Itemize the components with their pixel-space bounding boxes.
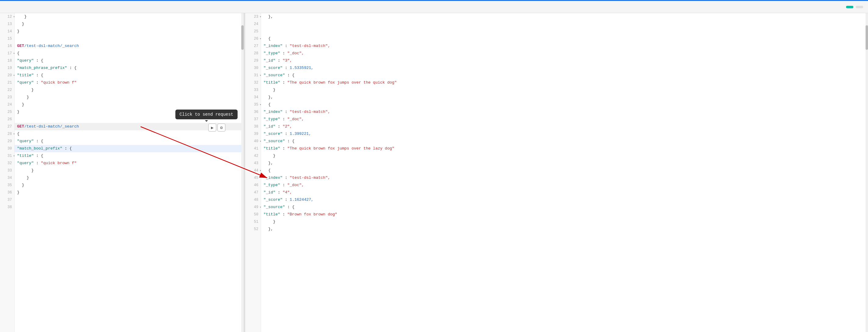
code-line — [14, 35, 244, 42]
editor-line-num: 37 — [0, 196, 14, 204]
code-line: } — [14, 182, 244, 189]
response-line: "title" : "Brown fox brown dog" — [261, 211, 868, 218]
editor-scrollbar[interactable] — [241, 13, 244, 332]
code-line: } — [14, 94, 244, 101]
response-line-num: 31 — [245, 72, 261, 79]
editor-line-num: 35 — [0, 182, 14, 189]
editor-line-num: 19 — [0, 64, 14, 72]
response-line-num: 27 — [245, 42, 261, 50]
response-line: { — [261, 167, 868, 174]
response-line: "title" : "The quick brown fox jumps ove… — [261, 79, 868, 86]
response-line-num: 32 — [245, 79, 261, 86]
status-area — [846, 6, 863, 8]
editor-line-num: 18 — [0, 57, 14, 64]
code-line — [14, 196, 244, 204]
editor-line-num: 38 — [0, 204, 14, 211]
response-line-num: 42 — [245, 152, 261, 159]
code-line — [14, 116, 244, 123]
editor-line-num: 36 — [0, 189, 14, 196]
response-line: "_source" : { — [261, 204, 868, 211]
arrow-target-line: "_index" : "test-dsl-match", — [261, 174, 868, 182]
play-button[interactable]: ▶ — [208, 124, 216, 131]
editor-line-num: 17 — [0, 50, 14, 57]
response-line-num: 28 — [245, 50, 261, 57]
response-line-num: 49 — [245, 204, 261, 211]
editor-line-num: 24 — [0, 101, 14, 108]
response-line: "_id" : "4", — [261, 189, 868, 196]
code-line: "query" : "quick brown f" — [14, 79, 244, 86]
editor-line-num: 15 — [0, 35, 14, 42]
response-line-num: 29 — [245, 57, 261, 64]
response-line: }, — [261, 225, 868, 233]
code-lines[interactable]: } }} GET /test-dsl-match/_search{ "query… — [14, 13, 244, 332]
menu-bar — [0, 1, 868, 13]
editor-scroll-thumb[interactable] — [241, 25, 244, 50]
editor-line-num: 32 — [0, 159, 14, 167]
editor-line-num: 20 — [0, 72, 14, 79]
code-line — [14, 204, 244, 211]
editor-line-num: 16 — [0, 42, 14, 50]
response-line: "_source" : { — [261, 138, 868, 145]
response-scroll-thumb[interactable] — [866, 25, 868, 50]
editor-line-num: 21 — [0, 79, 14, 86]
response-line: { — [261, 35, 868, 42]
response-line-num: 36 — [245, 108, 261, 116]
code-line: "match_phrase_prefix" : { — [14, 64, 244, 72]
response-line-num: 52 — [245, 225, 261, 233]
response-line: "title" : "The quick brown fox jumps ove… — [261, 145, 868, 152]
editor-line-num: 30 — [0, 145, 14, 152]
response-line-num: 24 — [245, 21, 261, 28]
editor-line-num: 27 — [0, 123, 14, 130]
response-line-num: 50 — [245, 211, 261, 218]
editor-line-num: 31 — [0, 152, 14, 159]
response-line-num: 30 — [245, 64, 261, 72]
code-line: "query" : "quick brown f" — [14, 159, 244, 167]
response-line-num: 39 — [245, 130, 261, 138]
response-line-num: 25 — [245, 28, 261, 35]
response-line: } — [261, 218, 868, 225]
response-line: }, — [261, 13, 868, 21]
response-line-num: 40 — [245, 138, 261, 145]
editor-line-num: 34 — [0, 174, 14, 182]
code-line: "title" : { — [14, 72, 244, 79]
code-line: } — [14, 86, 244, 94]
response-line-num: 46 — [245, 182, 261, 189]
response-line — [261, 21, 868, 28]
response-content: }, { "_index" : "test-dsl-match", "_type… — [261, 13, 868, 332]
response-line: "_index" : "test-dsl-match", — [261, 108, 868, 116]
code-line: } — [14, 174, 244, 182]
response-line: "_id" : "2", — [261, 123, 868, 130]
response-line: "_type" : "_doc", — [261, 182, 868, 189]
response-line: }, — [261, 159, 868, 167]
editor-line-num: 12 — [0, 13, 14, 21]
response-line-num: 45 — [245, 174, 261, 182]
response-line-num: 34 — [245, 94, 261, 101]
response-line-num: 41 — [245, 145, 261, 152]
status-badge — [846, 6, 854, 8]
code-line: { — [14, 50, 244, 57]
response-line-num: 44 — [245, 167, 261, 174]
time-badge — [856, 6, 863, 8]
code-line: } — [14, 167, 244, 174]
wrench-button[interactable]: ⚙ — [217, 124, 225, 131]
response-line: "_source" : { — [261, 72, 868, 79]
response-line-num: 38 — [245, 123, 261, 130]
response-scrollbar[interactable] — [866, 13, 868, 332]
response-line-num: 35 — [245, 101, 261, 108]
run-button-area: ▶⚙ — [208, 124, 225, 131]
response-line-num: 33 — [245, 86, 261, 94]
editor-line-num: 14 — [0, 28, 14, 35]
menu-items — [5, 6, 20, 8]
response-line-numbers: 2324252627282930313233343536373839404142… — [245, 13, 261, 332]
code-line: GET /test-dsl-match/_search — [14, 42, 244, 50]
response-line: "_index" : "test-dsl-match", — [261, 42, 868, 50]
code-line: "title" : { — [14, 152, 244, 159]
response-line-num: 51 — [245, 218, 261, 225]
response-line: "_type" : "_doc", — [261, 50, 868, 57]
editor-line-num: 13 — [0, 21, 14, 28]
code-area: 1213141516171819202122232425262728293031… — [0, 13, 244, 332]
response-line: } — [261, 152, 868, 159]
response-panel: 2324252627282930313233343536373839404142… — [245, 13, 868, 332]
editor-line-num: 25 — [0, 108, 14, 116]
response-line: { — [261, 101, 868, 108]
